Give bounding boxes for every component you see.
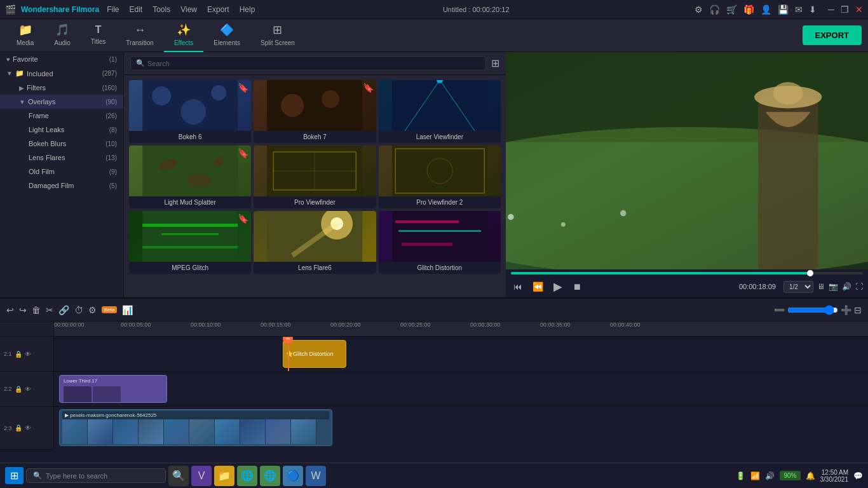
settings-icon[interactable]: ⚙ (695, 4, 703, 15)
clock: 12:50 AM 3/30/2021 (820, 469, 849, 483)
menu-tools[interactable]: Tools (150, 5, 173, 14)
clip-video[interactable]: ▶ pexels-maksim-goncharenok-5642525 (59, 409, 332, 446)
track-body-2[interactable]: Lower Third 17 (54, 372, 868, 406)
taskbar-app-word[interactable]: W (306, 466, 326, 486)
panel-bokehblurs[interactable]: Bokeh Blurs (10) (0, 137, 123, 151)
link-button[interactable]: 🔗 (58, 305, 69, 315)
start-button[interactable]: ⊞ (5, 467, 24, 484)
taskbar-cortana[interactable]: 🔍 (168, 466, 189, 486)
ratio-select[interactable]: 1/2 1/4 Full (783, 281, 813, 293)
effect-proview2[interactable]: Pro Viewfinder 2 (379, 146, 501, 208)
zoom-in-button[interactable]: ➕ (841, 305, 851, 315)
battery-percent: 90% (780, 471, 800, 480)
timer-button[interactable]: ⏱ (74, 305, 83, 315)
notification-icon[interactable]: 🔔 (806, 471, 815, 480)
panel-oldfilm[interactable]: Old Film (9) (0, 165, 123, 179)
close-button[interactable]: ✕ (855, 4, 863, 15)
effect-proview[interactable]: Pro Viewfinder (254, 146, 376, 208)
menu-help[interactable]: Help (237, 5, 258, 14)
menu-export[interactable]: Export (205, 5, 232, 14)
timeline-expand-button[interactable]: ⊟ (854, 305, 862, 315)
effects-icon: ✨ (177, 23, 191, 37)
mail-icon[interactable]: ✉ (795, 4, 803, 15)
search-box[interactable]: 🔍 Search (130, 56, 486, 71)
clip-lower[interactable]: Lower Third 17 (59, 375, 167, 403)
sound-icon[interactable]: 🔊 (765, 471, 775, 480)
undo-button[interactable]: ↩ (6, 305, 14, 315)
eye-icon-2[interactable]: 👁 (25, 386, 31, 393)
lock-icon-3[interactable]: 🔒 (15, 424, 22, 431)
action-center-icon[interactable]: 💬 (853, 471, 863, 480)
gift-icon[interactable]: 🎁 (743, 4, 754, 15)
track-body-3[interactable]: ▶ pexels-maksim-goncharenok-5642525 (54, 407, 868, 450)
effect-mudslatter[interactable]: 🔖 Light Mud Splatter (129, 146, 251, 208)
tab-effects[interactable]: ✨ Effects (164, 19, 203, 52)
taskbar-app-files[interactable]: 📁 (214, 466, 234, 486)
panel-filters[interactable]: ▶ Filters (160) (0, 81, 123, 95)
eye-icon-3[interactable]: 👁 (25, 424, 31, 431)
network-icon[interactable]: 📶 (750, 471, 760, 480)
effect-bokeh6[interactable]: 🔖 Bokeh 6 (129, 80, 251, 143)
panel-damagedfilm[interactable]: Damaged Film (5) (0, 179, 123, 193)
taskbar-search[interactable]: 🔍 Type here to search (26, 468, 166, 483)
audio-wave-button[interactable]: 📊 (122, 305, 133, 315)
panel-lensflares[interactable]: Lens Flares (13) (0, 151, 123, 165)
menu-edit[interactable]: Edit (126, 5, 145, 14)
tab-transition[interactable]: ↔ Transition (116, 19, 164, 52)
effect-bokeh7[interactable]: 🔖 Bokeh 7 (254, 80, 376, 143)
step-back-button[interactable]: ⏮ (511, 280, 525, 293)
menu-view[interactable]: View (178, 5, 200, 14)
tab-media[interactable]: 📁 Media (6, 19, 44, 52)
redo-button[interactable]: ↪ (19, 305, 27, 315)
audio-icon[interactable]: 🔊 (842, 282, 851, 291)
export-button[interactable]: EXPORT (803, 25, 862, 45)
tab-elements[interactable]: 🔷 Elements (203, 19, 250, 52)
taskbar-app-chrome2[interactable]: 🌐 (260, 466, 280, 486)
menu-file[interactable]: File (104, 5, 121, 14)
zoom-slider[interactable] (787, 305, 838, 315)
panel-frame[interactable]: Frame (26) (0, 109, 123, 123)
effect-glitch[interactable]: Glitch Distortion (379, 211, 501, 274)
screenshot-icon[interactable]: 📷 (829, 282, 838, 291)
taskbar-app-blue[interactable]: 🔵 (283, 466, 303, 486)
grid-view-icon[interactable]: ⊞ (491, 57, 499, 69)
maximize-button[interactable]: ❐ (841, 4, 849, 15)
lock-icon-2[interactable]: 🔒 (15, 386, 22, 393)
battery-icon[interactable]: 🔋 (736, 471, 745, 480)
play-button[interactable]: ▶ (551, 278, 565, 295)
lock-icon-1[interactable]: 🔒 (15, 351, 22, 358)
progress-handle[interactable] (807, 270, 813, 276)
tab-splitscreen[interactable]: ⊞ Split Screen (250, 19, 305, 52)
cut-button[interactable]: ✂ (46, 305, 53, 315)
panel-overlays[interactable]: ▼ Overlays (90) (0, 95, 123, 109)
user-icon[interactable]: 👤 (761, 4, 771, 15)
delete-button[interactable]: 🗑 (32, 305, 41, 315)
headphone-icon[interactable]: 🎧 (709, 4, 720, 15)
eye-icon-1[interactable]: 👁 (25, 351, 31, 358)
taskbar-app-filmora[interactable]: V (191, 466, 212, 486)
settings-timeline-button[interactable]: ⚙ (88, 305, 97, 315)
playhead[interactable]: ✂ (288, 337, 289, 371)
effect-mpegglitch[interactable]: 🔖 MPEG Glitch (129, 211, 251, 274)
clip-glitch[interactable]: ⭐ Glitch Distortion (283, 340, 346, 368)
tab-audio[interactable]: 🎵 Audio (44, 19, 81, 52)
minimize-button[interactable]: ─ (828, 4, 834, 15)
frame-back-button[interactable]: ⏪ (530, 280, 546, 293)
effect-laser[interactable]: Laser Viewfinder (379, 80, 501, 143)
screen-icon[interactable]: 🖥 (817, 282, 825, 291)
progress-bar[interactable] (511, 272, 863, 274)
panel-lightleaks[interactable]: Light Leaks (8) (0, 123, 123, 137)
panel-favorite[interactable]: ♥ Favorite (1) (0, 52, 123, 66)
store-icon[interactable]: 🛒 (726, 4, 737, 15)
zoom-out-button[interactable]: ➖ (774, 305, 785, 315)
clip-label-1: Glitch Distortion (293, 351, 334, 357)
tab-titles[interactable]: T Titles (81, 19, 116, 52)
track-body-1[interactable]: ⭐ Glitch Distortion ✂ (54, 337, 868, 371)
fullscreen-icon[interactable]: ⛶ (855, 282, 863, 291)
effect-lensflare6[interactable]: Lens Flare6 (254, 211, 376, 274)
panel-included[interactable]: ▼ 📁 Included (287) (0, 66, 123, 81)
save-icon[interactable]: 💾 (778, 4, 789, 15)
stop-button[interactable]: ⏹ (570, 280, 584, 293)
download-icon[interactable]: ⬇ (809, 4, 817, 15)
taskbar-app-chrome1[interactable]: 🌐 (237, 466, 257, 486)
